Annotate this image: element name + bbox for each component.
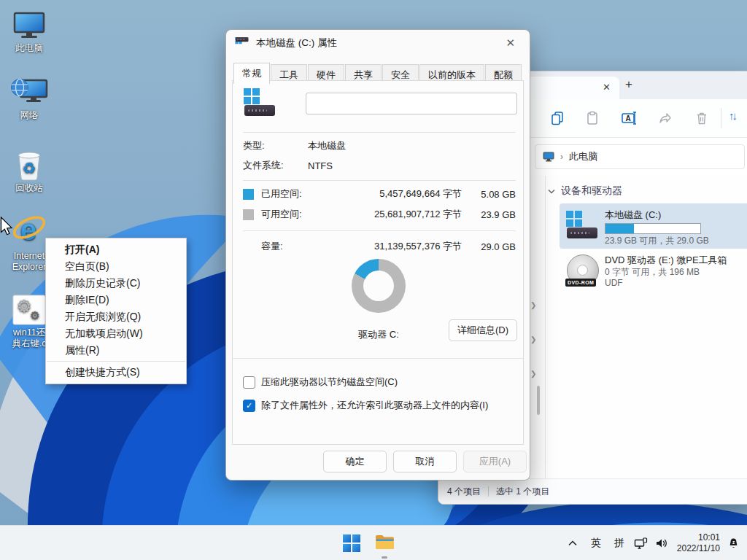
toolbar-divider	[721, 108, 721, 128]
menu-item-no-addons[interactable]: 无加载项启动(W)	[46, 325, 186, 342]
desktop-icon-recycle-bin[interactable]: ♻ 回收站	[1, 146, 58, 194]
tab-general[interactable]: 常规	[233, 63, 270, 84]
this-pc-crumb-icon	[543, 152, 554, 162]
delete-icon[interactable]	[694, 110, 710, 126]
index-checkbox-row[interactable]: ✓ 除了文件属性外，还允许索引此驱动器上文件的内容(I)	[243, 399, 488, 412]
tree-chevron-icon[interactable]: ❯	[530, 370, 536, 378]
details-button[interactable]: 详细信息(D)	[449, 319, 517, 341]
cancel-button[interactable]: 取消	[393, 451, 457, 472]
capacity-donut	[352, 259, 406, 313]
dialog-title-icon	[235, 37, 241, 42]
drive-c-usage-fill	[605, 224, 634, 233]
drive-c-item[interactable]: 本地磁盘 (C:) 23.9 GB 可用，共 29.0 GB	[560, 203, 747, 249]
share-icon[interactable]	[657, 110, 673, 126]
devices-section-header[interactable]: 设备和驱动器	[548, 184, 622, 198]
tab-close-icon[interactable]: ✕	[603, 82, 611, 93]
new-tab-button[interactable]: +	[625, 77, 632, 92]
menu-item-properties[interactable]: 属性(R)	[46, 342, 186, 359]
ie-context-menu: 打开(A) 空白页(B) 删除历史记录(C) 删除IE(D) 开启无痕浏览(Q)…	[45, 238, 187, 384]
drive-availability: 0 字节 可用，共 196 MB	[605, 266, 700, 279]
menu-item-blank-page[interactable]: 空白页(B)	[46, 258, 186, 275]
notification-bell-dnd-icon[interactable]: z	[724, 529, 747, 558]
drive-name: DVD 驱动器 (E:) 微PE工具箱	[605, 254, 727, 267]
desktop-icon-network[interactable]: 网络	[1, 73, 58, 121]
tree-chevron-icon[interactable]: ❯	[530, 301, 536, 309]
volume-icon[interactable]	[651, 529, 673, 558]
menu-item-delete-history[interactable]: 删除历史记录(C)	[46, 275, 186, 292]
desktop-icon-this-pc[interactable]: 此电脑	[1, 6, 58, 54]
used-bytes: 5,457,649,664 字节	[339, 187, 462, 201]
capacity-size: 29.0 GB	[462, 241, 516, 252]
svg-text:⚙: ⚙	[30, 309, 39, 322]
free-space-row: 可用空间: 25,681,907,712 字节 23.9 GB	[243, 208, 516, 221]
ime-mode-button[interactable]: 拼	[608, 529, 631, 558]
svg-text:⚙: ⚙	[17, 297, 32, 316]
desktop-icon-label: 回收站	[1, 183, 58, 194]
ime-language-button[interactable]: 英	[584, 529, 608, 558]
status-divider	[488, 486, 489, 497]
menu-item-open[interactable]: 打开(A)	[46, 241, 186, 258]
dialog-title: 本地磁盘 (C:) 属性	[256, 36, 493, 50]
pane-divider	[545, 176, 546, 479]
menu-item-delete-ie[interactable]: 删除IE(D)	[46, 292, 186, 308]
explorer-tab[interactable]: ✕	[526, 77, 619, 99]
menu-item-inprivate[interactable]: 开启无痕浏览(Q)	[46, 308, 186, 325]
drive-name: 本地磁盘 (C:)	[605, 209, 661, 222]
explorer-status-bar: 4 个项目 选中 1 个项目	[438, 478, 747, 504]
desktop-icon-label: 此电脑	[1, 43, 58, 54]
menu-item-create-shortcut[interactable]: 创建快捷方式(S)	[46, 364, 186, 381]
type-row: 类型: 本地磁盘	[243, 139, 516, 152]
dialog-close-icon[interactable]: ✕	[500, 35, 521, 51]
taskbar-clock[interactable]: 10:01 2022/11/10	[673, 532, 724, 554]
paste-icon[interactable]	[584, 110, 600, 126]
tree-chevron-icon[interactable]: ❯	[530, 335, 536, 343]
divider	[243, 132, 516, 133]
desktop-icon-label: 网络	[1, 110, 58, 121]
apply-button[interactable]: 应用(A)	[463, 451, 527, 472]
sort-icon[interactable]: ↑↓	[729, 109, 745, 125]
ok-button[interactable]: 确定	[323, 451, 387, 472]
folder-icon	[375, 534, 395, 551]
divider	[243, 230, 516, 231]
volume-label-input[interactable]	[306, 93, 517, 114]
used-space-row: 已用空间: 5,457,649,664 字节 5.08 GB	[243, 187, 516, 201]
used-size: 5.08 GB	[462, 189, 516, 200]
rename-icon[interactable]: A	[621, 110, 637, 126]
desktop: 此电脑 网络 ♻ 回收站	[0, 0, 747, 560]
breadcrumb[interactable]: 此电脑	[569, 150, 597, 163]
taskbar: 英 拼 10:01 2022/11/10	[0, 525, 747, 560]
compress-checkbox[interactable]	[243, 376, 255, 389]
drive-dvd-item[interactable]: DVD-ROM DVD 驱动器 (E:) 微PE工具箱 0 字节 可用，共 19…	[560, 252, 747, 297]
free-space-swatch	[243, 209, 254, 220]
compress-checkbox-label: 压缩此驱动器以节约磁盘空间(C)	[261, 376, 398, 389]
tray-chevron-up-icon[interactable]	[561, 529, 584, 558]
running-indicator	[382, 556, 387, 559]
disk-properties-dialog: 本地磁盘 (C:) 属性 ✕ 常规 工具 硬件 共享 安全 以前的版本 配额 类…	[225, 29, 530, 481]
index-checkbox-label: 除了文件属性外，还允许索引此驱动器上文件的内容(I)	[261, 399, 488, 412]
taskbar-file-explorer-button[interactable]	[375, 534, 395, 553]
index-checkbox[interactable]: ✓	[243, 400, 255, 412]
free-bytes: 25,681,907,712 字节	[339, 208, 462, 221]
dialog-title-bar[interactable]: 本地磁盘 (C:) 属性 ✕	[226, 30, 530, 56]
this-pc-icon	[1, 6, 58, 41]
dialog-button-row: 确定 取消 应用(A)	[226, 451, 527, 472]
capacity-row: 容量: 31,139,557,376 字节 29.0 GB	[243, 240, 516, 253]
mouse-cursor	[0, 217, 13, 236]
status-item-count: 4 个项目	[447, 486, 481, 498]
drive-c-usage-bar	[605, 223, 701, 234]
general-tab-page: 类型: 本地磁盘 文件系统: NTFS 已用空间: 5,457,649,664 …	[232, 80, 524, 445]
nav-scrollbar-thumb[interactable]	[537, 386, 540, 415]
type-value: 本地磁盘	[308, 139, 346, 152]
copy-icon[interactable]	[549, 110, 565, 126]
network-icon	[1, 73, 58, 108]
local-disk-icon	[565, 211, 599, 240]
clock-time: 10:01	[677, 532, 720, 543]
network-icon[interactable]	[631, 529, 651, 558]
divider	[233, 358, 523, 359]
start-button[interactable]	[343, 534, 360, 552]
volume-icon	[243, 88, 276, 117]
dvd-rom-icon: DVD-ROM	[565, 254, 599, 287]
address-bar[interactable]: › 此电脑	[535, 144, 745, 169]
compress-checkbox-row[interactable]: 压缩此驱动器以节约磁盘空间(C)	[243, 376, 398, 389]
section-collapse-icon	[548, 189, 555, 194]
